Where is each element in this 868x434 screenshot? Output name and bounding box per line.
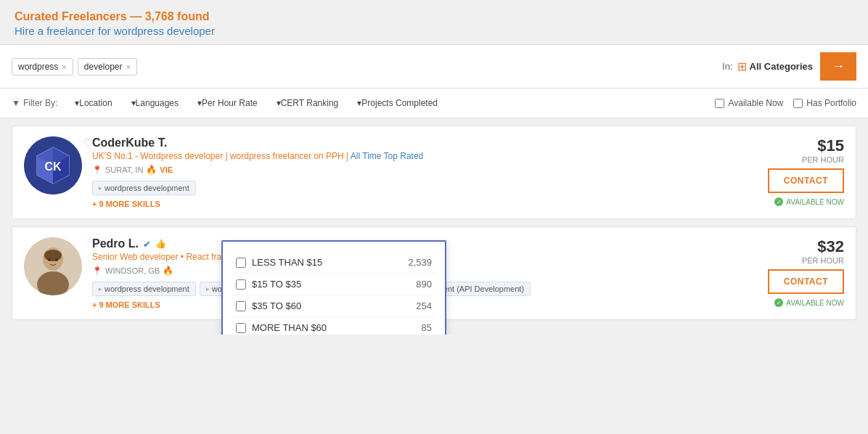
avatar: CK: [24, 136, 82, 195]
rate-count: 254: [416, 300, 432, 311]
rate-less-15-checkbox[interactable]: [236, 258, 246, 268]
heart-icon[interactable]: ♡: [83, 237, 93, 250]
available-badge: AVAILABLE NOW: [774, 197, 844, 206]
svg-text:CK: CK: [44, 160, 62, 173]
rate-count: 2,539: [408, 257, 432, 268]
avatar: [24, 237, 82, 295]
available-now-filter[interactable]: Available Now: [715, 98, 783, 108]
per-hour-rate-dropdown: LESS THAN $15 2,539 $15 TO $35 890 $35 T…: [221, 240, 446, 335]
search-bar: wordpress × developer × In: ⊞ All Catego…: [0, 44, 868, 89]
top-bar: Curated Freelancers — 3,768 found Hire a…: [0, 0, 868, 44]
verify-icon: ✔: [143, 239, 151, 250]
contact-button[interactable]: CONTACT: [768, 168, 844, 193]
freelancer-name: Pedro L.: [92, 237, 139, 250]
rate-count: 890: [416, 279, 432, 290]
skills-row: wordpress development: [92, 181, 753, 195]
page-subtitle: Hire a freelancer for wordpress develope…: [15, 25, 853, 37]
filter-languages[interactable]: ▾ Languages: [124, 94, 186, 112]
filter-by-label: ▼ Filter By:: [12, 98, 57, 108]
fire-icon: 🔥: [146, 165, 157, 175]
price-display: $15 PER HOUR: [802, 136, 844, 164]
rate-count: 85: [422, 322, 432, 333]
category-label: All Categories: [750, 61, 813, 72]
name-row: CoderKube T.: [92, 136, 753, 150]
svg-point-7: [48, 258, 51, 261]
card-right: $15 PER HOUR CONTACT AVAILABLE NOW: [768, 136, 844, 206]
price-display: $32 PER HOUR: [802, 237, 844, 265]
contact-button[interactable]: CONTACT: [768, 269, 844, 294]
filter-location[interactable]: ▾ Location: [67, 94, 119, 112]
heart-icon[interactable]: ♡: [83, 136, 93, 150]
pin-icon: 📍: [92, 165, 102, 175]
rate-option: $15 TO $35 890: [233, 274, 435, 295]
rate-option: LESS THAN $15 2,539: [233, 252, 435, 274]
funnel-icon: ▼: [12, 98, 20, 108]
tag-developer-remove[interactable]: ×: [126, 62, 131, 71]
rate-option-label[interactable]: $35 TO $60: [236, 300, 301, 311]
per-hour-label: PER HOUR: [802, 155, 844, 164]
card-right: $32 PER HOUR CONTACT AVAILABLE NOW: [768, 237, 844, 307]
fire-icon: 🔥: [163, 266, 173, 276]
skill-tag: wordpress development: [92, 282, 196, 296]
card-body: CoderKube T. UK'S No.1 - Wordpress devel…: [92, 136, 753, 208]
price-amount: $32: [802, 237, 844, 256]
in-label: In:: [722, 61, 732, 72]
svg-point-8: [55, 258, 58, 261]
tag-wordpress[interactable]: wordpress ×: [12, 58, 73, 75]
main-content: ♡ CK CoderKube T. UK'S No.1 - Wordpress …: [0, 118, 868, 335]
view-link[interactable]: VIE: [160, 165, 173, 174]
available-dot-icon: [774, 298, 783, 307]
filter-bar: ▼ Filter By: ▾ Location ▾ Languages ▾ Pe…: [0, 89, 868, 118]
freelancer-name: CoderKube T.: [92, 136, 167, 150]
rate-option: MORE THAN $60 85: [233, 317, 435, 335]
freelancer-description: UK'S No.1 - Wordpress developer | wordpr…: [92, 151, 753, 161]
tag-wordpress-remove[interactable]: ×: [62, 62, 66, 71]
filter-checkboxes: Available Now Has Portfolio: [715, 98, 856, 108]
thumb-icon: 👍: [155, 239, 166, 249]
freelancer-location: 📍 SURAT, IN 🔥 VIE: [92, 165, 753, 175]
rate-more-60-checkbox[interactable]: [236, 323, 246, 333]
filter-per-hour-rate[interactable]: ▾ Per Hour Rate: [190, 94, 265, 112]
rate-15-35-checkbox[interactable]: [236, 279, 246, 290]
filter-cert-ranking[interactable]: ▾ CERT Ranking: [269, 94, 346, 112]
has-portfolio-checkbox[interactable]: [793, 99, 803, 108]
search-arrow-icon: →: [832, 59, 845, 73]
search-button[interactable]: →: [820, 52, 856, 81]
available-badge: AVAILABLE NOW: [774, 298, 844, 307]
more-skills-link[interactable]: + 9 MORE SKILLS: [92, 200, 753, 208]
description-link[interactable]: All Time Top Rated: [351, 151, 424, 161]
tag-developer[interactable]: developer ×: [78, 58, 137, 75]
price-amount: $15: [802, 136, 844, 155]
rate-option-label[interactable]: MORE THAN $60: [236, 322, 327, 333]
rate-option-label[interactable]: LESS THAN $15: [236, 257, 322, 268]
svg-point-6: [44, 250, 62, 261]
skill-tag: wordpress development: [92, 181, 196, 195]
rate-35-60-checkbox[interactable]: [236, 301, 246, 311]
available-now-checkbox[interactable]: [715, 99, 724, 108]
results-count: Curated Freelancers — 3,768 found: [15, 10, 853, 23]
rate-option: $35 TO $60 254: [233, 295, 435, 317]
available-dot-icon: [774, 197, 783, 206]
has-portfolio-filter[interactable]: Has Portfolio: [793, 98, 856, 108]
freelancer-card: ♡ CK CoderKube T. UK'S No.1 - Wordpress …: [12, 126, 856, 219]
pin-icon: 📍: [92, 266, 102, 276]
filter-projects-completed[interactable]: ▾ Projects Completed: [350, 94, 445, 112]
per-hour-label: PER HOUR: [802, 256, 844, 265]
category-selector[interactable]: ⊞ All Categories: [737, 60, 813, 73]
rate-option-label[interactable]: $15 TO $35: [236, 279, 301, 290]
grid-icon: ⊞: [737, 60, 747, 73]
